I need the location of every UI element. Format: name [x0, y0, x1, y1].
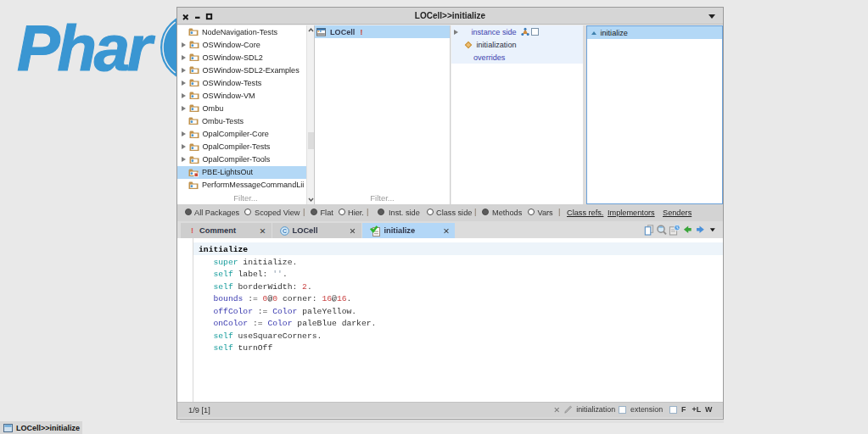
svg-text:C: C: [282, 228, 286, 234]
